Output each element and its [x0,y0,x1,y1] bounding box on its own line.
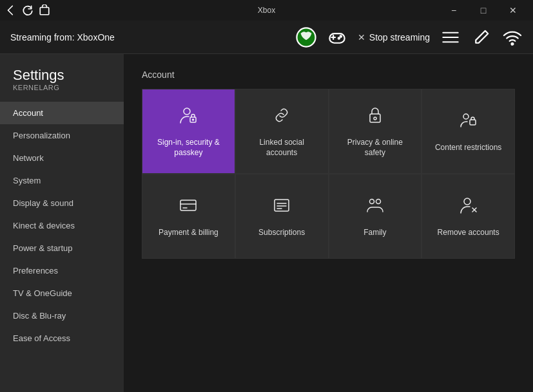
content-area: Account Sign-in, security & passkey [124,54,533,392]
main-layout: Settings KERNELARG Account Personalizati… [0,54,533,392]
family-icon [365,195,385,220]
svg-point-13 [193,119,194,120]
person-remove-icon [458,195,479,220]
svg-point-16 [463,114,469,119]
tile-sign-in[interactable]: Sign-in, security & passkey [142,89,235,173]
menu-button[interactable] [440,27,461,48]
tile-linked-social[interactable]: Linked social accounts [236,89,328,173]
sidebar: Settings KERNELARG Account Personalizati… [0,54,124,392]
sidebar-item-account[interactable]: Account [0,102,124,124]
svg-rect-17 [470,120,476,125]
sidebar-item-kinect-devices[interactable]: Kinect & devices [0,214,124,237]
app-header: Streaming from: XboxOne ✕ Stop streaming [0,21,533,54]
sidebar-item-display-sound[interactable]: Display & sound [0,192,124,214]
svg-point-26 [376,199,380,203]
lock-icon [365,105,385,130]
svg-rect-21 [275,200,289,211]
tile-sign-in-label: Sign-in, security & passkey [150,138,227,158]
sidebar-item-preferences[interactable]: Preferences [0,259,124,282]
back-icon[interactable] [5,5,17,16]
sidebar-item-power-startup[interactable]: Power & startup [0,237,124,259]
tile-content-restrictions[interactable]: Content restrictions [422,89,514,173]
svg-rect-14 [370,114,380,122]
link-icon [271,105,292,130]
tile-subscriptions[interactable]: Subscriptions [236,174,328,258]
title-bar-controls: − □ ✕ [439,0,528,21]
tile-payment[interactable]: Payment & billing [142,174,235,258]
sidebar-item-network[interactable]: Network [0,147,124,169]
svg-point-11 [184,108,190,115]
stop-x-icon: ✕ [358,32,365,42]
close-button[interactable]: ✕ [498,0,528,21]
tile-family[interactable]: Family [329,174,422,258]
title-bar: Xbox − □ ✕ [0,0,533,21]
tile-family-label: Family [363,228,386,238]
stop-streaming-button[interactable]: ✕ Stop streaming [358,32,430,42]
svg-rect-2 [329,33,344,43]
svg-point-15 [374,117,376,120]
maximize-button[interactable]: □ [469,0,498,21]
tile-content-restrictions-label: Content restrictions [435,143,501,153]
stop-streaming-label: Stop streaming [369,32,430,42]
sidebar-item-disc-bluray[interactable]: Disc & Blu-ray [0,304,124,327]
sidebar-item-ease-of-access[interactable]: Ease of Access [0,327,124,350]
tile-remove-accounts-label: Remove accounts [438,228,499,238]
signal-button[interactable] [502,27,523,48]
edit-button[interactable] [471,27,492,48]
settings-title: Settings [13,67,111,84]
tile-linked-social-label: Linked social accounts [244,138,320,158]
xbox-logo-button[interactable] [296,27,316,48]
tile-payment-label: Payment & billing [159,228,218,238]
svg-point-27 [464,198,470,205]
minimize-button[interactable]: − [439,0,469,21]
refresh-icon[interactable] [22,5,34,16]
content-lock-icon [458,110,479,135]
streaming-title: Streaming from: XboxOne [10,32,288,42]
sidebar-item-tv-oneguide[interactable]: TV & OneGuide [0,282,124,304]
svg-point-10 [512,42,514,44]
username-label: KERNELARG [13,84,111,91]
home-icon[interactable] [39,5,50,16]
svg-rect-18 [180,200,196,210]
settings-grid: Sign-in, security & passkey Linked socia… [142,89,515,259]
list-icon [271,195,292,220]
section-title: Account [142,70,515,80]
svg-point-6 [338,37,340,39]
tile-subscriptions-label: Subscriptions [258,228,305,238]
tile-remove-accounts[interactable]: Remove accounts [422,174,514,258]
title-bar-left [5,5,50,16]
tile-privacy-label: Privacy & online safety [337,138,414,158]
card-icon [178,195,199,220]
svg-rect-0 [40,8,49,15]
tile-privacy[interactable]: Privacy & online safety [329,89,422,173]
sidebar-item-system[interactable]: System [0,169,124,192]
svg-point-25 [369,199,374,203]
controller-button[interactable] [327,27,347,48]
sidebar-item-personalization[interactable]: Personalization [0,124,124,147]
sidebar-header: Settings KERNELARG [0,67,124,102]
header-icons: ✕ Stop streaming [296,27,523,48]
person-lock-icon [178,105,199,130]
window-title: Xbox [258,6,275,15]
svg-point-5 [340,35,341,37]
